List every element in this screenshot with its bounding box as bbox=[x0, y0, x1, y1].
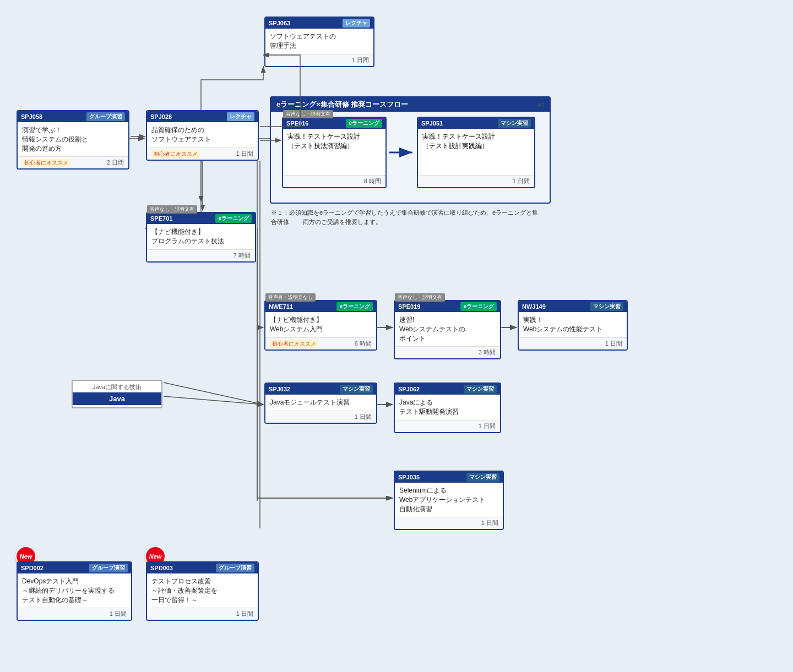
spj063-body: ソフトウェアテストの管理手法 bbox=[265, 29, 373, 54]
card-nwe711[interactable]: 音声有・説明文なし NWE711 eラーニング 【ナビ機能付き】Webシステム入… bbox=[264, 300, 377, 351]
spe016-header: SPE016 eラーニング bbox=[283, 118, 385, 129]
card-spj032[interactable]: SPJ032 マシン実習 Javaモジュールテスト演習 1 日間 bbox=[264, 383, 377, 424]
spe701-badge: eラーニング bbox=[215, 214, 252, 223]
spj035-footer: 1 日間 bbox=[395, 517, 503, 529]
nwe711-body: 【ナビ機能付き】Webシステム入門 bbox=[265, 312, 376, 337]
spe016-badge: eラーニング bbox=[346, 119, 382, 128]
spd003-badge: グループ演習 bbox=[216, 564, 254, 572]
spj028-recommend: 初心者にオススメ bbox=[151, 150, 200, 159]
spj058-recommend: 初心者にオススメ bbox=[22, 159, 70, 167]
card-spe019[interactable]: 音声なし・説明文有 SPE019 eラーニング 速習!Webシステムテストのポイ… bbox=[394, 300, 501, 359]
spd002-body: DevOpsテスト入門～継続的デリバリーを実現するテスト自動化の基礎～ bbox=[18, 573, 131, 608]
spe701-header: SPE701 eラーニング bbox=[147, 213, 255, 224]
spe019-body: 速習!Webシステムテストのポイント bbox=[395, 312, 500, 346]
spj062-header: SPJ062 マシン実習 bbox=[395, 384, 500, 395]
spd003-body: テストプロセス改善～評価・改善案策定を一日で習得！～ bbox=[147, 573, 258, 608]
spd003-header: SPD003 グループ演習 bbox=[147, 562, 258, 573]
footnote-text: ※１：必須知識をeラーニングで学習したうえで集合研修で演習に取り組むため、eラー… bbox=[271, 209, 538, 225]
nwj149-header: NWJ149 マシン実習 bbox=[519, 301, 627, 312]
java-box-title: Java bbox=[73, 392, 161, 405]
spj035-id: SPJ035 bbox=[398, 474, 420, 480]
spj063-header: SPJ063 レクチャ bbox=[265, 18, 373, 29]
nwe711-id: NWE711 bbox=[269, 303, 293, 310]
spj032-id: SPJ032 bbox=[269, 386, 290, 392]
spe701-body: 【ナビ機能付き】プログラムのテスト技法 bbox=[147, 224, 255, 249]
spj051-footer: 1 日間 bbox=[418, 175, 534, 187]
spj035-badge: マシン実習 bbox=[466, 473, 499, 482]
new-label-2: New bbox=[149, 553, 162, 560]
spj028-badge: レクチャ bbox=[227, 112, 254, 121]
svg-line-21 bbox=[164, 396, 263, 405]
spj032-header: SPJ032 マシン実習 bbox=[265, 384, 376, 395]
spd002-id: SPD002 bbox=[21, 565, 44, 571]
spj058-id: SPJ058 bbox=[21, 113, 42, 120]
spj062-id: SPJ062 bbox=[398, 386, 420, 392]
spj032-body: Javaモジュールテスト演習 bbox=[265, 395, 376, 411]
nwj149-body: 実践！Webシステムの性能テスト bbox=[519, 312, 627, 337]
spj035-body: SeleniumによるWebアプリケーションテスト自動化演習 bbox=[395, 483, 503, 517]
card-spj035[interactable]: SPJ035 マシン実習 SeleniumによるWebアプリケーションテスト自動… bbox=[394, 471, 504, 530]
footnote: ※１：必須知識をeラーニングで学習したうえで集合研修で演習に取り組むため、eラー… bbox=[271, 208, 541, 226]
spj062-footer: 1 日間 bbox=[395, 420, 500, 432]
nwj149-id: NWJ149 bbox=[522, 303, 546, 310]
card-spj063[interactable]: SPJ063 レクチャ ソフトウェアテストの管理手法 1 日間 bbox=[264, 17, 374, 67]
spj058-badge: グループ演習 bbox=[86, 112, 125, 121]
nwe711-audio-badge: 音声有・説明文なし bbox=[265, 293, 316, 302]
spe016-id: SPE016 bbox=[286, 120, 308, 127]
spj028-id: SPJ028 bbox=[150, 113, 172, 120]
nwe711-recommend: 初心者にオススメ bbox=[270, 340, 318, 348]
card-spd002[interactable]: SPD002 グループ演習 DevOpsテスト入門～継続的デリバリーを実現するテ… bbox=[17, 561, 132, 621]
spj063-footer: 1 日間 bbox=[265, 54, 373, 66]
spj028-header: SPJ028 レクチャ bbox=[147, 111, 258, 122]
spd002-badge: グループ演習 bbox=[89, 564, 128, 572]
nwj149-footer: 1 日間 bbox=[519, 337, 627, 349]
card-spd003[interactable]: SPD003 グループ演習 テストプロセス改善～評価・改善案策定を一日で習得！～… bbox=[146, 561, 259, 621]
spd002-header: SPD002 グループ演習 bbox=[18, 562, 131, 573]
spj035-header: SPJ035 マシン実習 bbox=[395, 472, 503, 483]
spe019-id: SPE019 bbox=[398, 303, 420, 310]
diagram-container: eラーニング×集合研修 推奨コースフロー ※1 音声なし・説明文有 SPE016… bbox=[0, 0, 793, 672]
card-nwj149[interactable]: NWJ149 マシン実習 実践！Webシステムの性能テスト 1 日間 bbox=[518, 300, 628, 351]
java-box-label: Javaに関する技術 bbox=[73, 381, 161, 392]
spj051-badge: マシン実習 bbox=[498, 119, 531, 128]
spj028-footer: 初心者にオススメ 1 日間 bbox=[147, 147, 258, 160]
spj051-id: SPJ051 bbox=[421, 120, 443, 127]
spj063-id: SPJ063 bbox=[269, 20, 290, 26]
spj062-body: Javaによるテスト駆動開発演習 bbox=[395, 395, 500, 420]
card-spj062[interactable]: SPJ062 マシン実習 Javaによるテスト駆動開発演習 1 日間 bbox=[394, 383, 501, 433]
nwe711-header: NWE711 eラーニング bbox=[265, 301, 376, 312]
spj058-header: SPJ058 グループ演習 bbox=[18, 111, 128, 122]
card-spe701[interactable]: 音声なし・説明文有 SPE701 eラーニング 【ナビ機能付き】プログラムのテス… bbox=[146, 212, 256, 263]
spd003-footer: 1 日間 bbox=[147, 608, 258, 620]
card-spj028[interactable]: SPJ028 レクチャ 品質確保のためのソフトウェアテスト 初心者にオススメ 1… bbox=[146, 110, 259, 161]
spj062-badge: マシン実習 bbox=[464, 385, 497, 394]
nwe711-badge: eラーニング bbox=[336, 302, 373, 311]
nwj149-badge: マシン実習 bbox=[590, 302, 623, 311]
spe019-badge: eラーニング bbox=[460, 302, 497, 311]
spe701-footer: 7 時間 bbox=[147, 249, 255, 261]
combo-note: ※1 bbox=[537, 102, 545, 109]
spe016-audio-badge: 音声なし・説明文有 bbox=[283, 110, 333, 118]
spj032-footer: 1 日間 bbox=[265, 411, 376, 423]
spe019-audio-badge: 音声なし・説明文有 bbox=[395, 293, 445, 302]
java-box: Javaに関する技術 Java bbox=[72, 380, 162, 408]
spj063-badge: レクチャ bbox=[343, 19, 370, 28]
card-spj058[interactable]: SPJ058 グループ演習 演習で学ぶ！情報システムの役割と開発の進め方 初心者… bbox=[17, 110, 129, 170]
spe016-footer: 8 時間 bbox=[283, 175, 385, 187]
spj051-body: 実践！テストケース設計（テスト設計実践編） bbox=[418, 129, 534, 154]
spe019-footer: 3 時間 bbox=[395, 346, 500, 358]
spe016-body: 実践！テストケース設計（テスト技法演習編） bbox=[283, 129, 385, 154]
spj051-header: SPJ051 マシン実習 bbox=[418, 118, 534, 129]
spd002-footer: 1 日間 bbox=[18, 608, 131, 620]
spj058-body: 演習で学ぶ！情報システムの役割と開発の進め方 bbox=[18, 122, 128, 156]
spj032-badge: マシン実習 bbox=[340, 385, 373, 394]
spj058-footer: 初心者にオススメ 2 日間 bbox=[18, 156, 128, 168]
svg-line-7 bbox=[164, 383, 263, 405]
spj028-body: 品質確保のためのソフトウェアテスト bbox=[147, 122, 258, 147]
combo-inner-arrow bbox=[389, 147, 417, 158]
spe019-header: SPE019 eラーニング bbox=[395, 301, 500, 312]
spd003-id: SPD003 bbox=[150, 565, 173, 571]
combo-box: eラーニング×集合研修 推奨コースフロー ※1 音声なし・説明文有 SPE016… bbox=[270, 96, 551, 204]
spe701-id: SPE701 bbox=[150, 215, 172, 222]
new-label-1: New bbox=[20, 553, 32, 560]
